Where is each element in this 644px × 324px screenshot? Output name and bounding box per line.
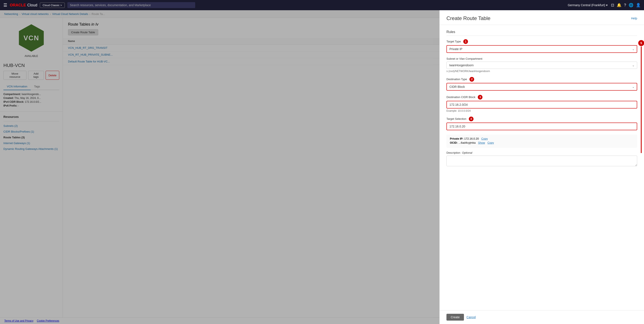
description-input[interactable] bbox=[446, 156, 637, 166]
copy-ocid-link[interactable]: Copy bbox=[487, 141, 494, 144]
destination-type-select-wrap: CIDR Block bbox=[446, 83, 637, 90]
scroll-bar-red bbox=[641, 46, 642, 153]
show-ocid-link[interactable]: Show bbox=[478, 141, 485, 144]
help-icon[interactable]: ? bbox=[624, 3, 626, 8]
region-label: Germany Central (Frankfurt) bbox=[568, 4, 605, 7]
destination-cidr-group: Destination CIDR Block 3 Example: 10.0.0… bbox=[446, 95, 637, 112]
destination-type-select[interactable]: CIDR Block bbox=[446, 83, 637, 90]
modal-overlay: 5 Create Route Table Help Rules Target T… bbox=[0, 10, 644, 324]
subnet-compartment-select-wrap: IwanHoogendoorn bbox=[446, 62, 637, 69]
bell-icon[interactable]: 🔔 bbox=[617, 3, 622, 8]
destination-type-group: Destination Type 2 CIDR Block bbox=[446, 77, 637, 90]
description-group: Description Optional bbox=[446, 151, 637, 167]
private-ip-line: Private IP: 172.16.0.20 Copy bbox=[450, 137, 634, 140]
oracle-logo: ORACLE Cloud bbox=[10, 3, 37, 8]
cloud-classic-button[interactable]: Cloud Classic > bbox=[40, 2, 65, 8]
cancel-button[interactable]: Cancel bbox=[466, 316, 476, 319]
top-navigation: ☰ ORACLE Cloud Cloud Classic > Germany C… bbox=[0, 0, 644, 10]
modal-title: Create Route Table bbox=[446, 15, 490, 21]
destination-cidr-input[interactable] bbox=[446, 101, 637, 108]
subnet-compartment-group: Subnet or Vlan Compartment IwanHoogendoo… bbox=[446, 57, 637, 73]
search-input[interactable] bbox=[67, 2, 195, 8]
globe-icon[interactable]: 🌐 bbox=[629, 3, 633, 8]
destination-cidr-hint: Example: 10.0.0.0/24 bbox=[446, 109, 637, 112]
destination-cidr-label: Destination CIDR Block 3 bbox=[446, 95, 637, 100]
step-3-badge: 3 bbox=[478, 95, 482, 100]
modal-panel: 5 Create Route Table Help Rules Target T… bbox=[440, 10, 644, 324]
step-5-badge: 5 bbox=[638, 40, 644, 46]
target-selection-group: Target Selection 4 bbox=[446, 116, 637, 130]
destination-type-label: Destination Type 2 bbox=[446, 77, 637, 82]
rules-section-label: Rules bbox=[446, 30, 637, 36]
modal-body: Rules Target Type 1 Private IP Subnet or… bbox=[440, 25, 644, 310]
description-label: Description Optional bbox=[446, 151, 637, 154]
target-type-select-wrap: Private IP bbox=[446, 45, 637, 53]
chevron-down-icon: ▾ bbox=[606, 4, 608, 7]
compartment-path-hint: s (root)/NETWORK/IwanHoogendoorn bbox=[446, 70, 637, 73]
create-button[interactable]: Create bbox=[446, 314, 464, 320]
step-1-badge: 1 bbox=[463, 39, 468, 44]
modal-header: Create Route Table Help bbox=[440, 10, 644, 25]
private-ip-info-block: Private IP: 172.16.0.20 Copy OCID: ...6a… bbox=[446, 134, 637, 148]
target-type-group: Target Type 1 Private IP bbox=[446, 39, 637, 53]
target-type-select[interactable]: Private IP bbox=[446, 45, 637, 53]
modal-help-link[interactable]: Help bbox=[631, 17, 637, 20]
target-selection-input[interactable] bbox=[446, 122, 637, 130]
modal-footer: Create Cancel bbox=[440, 310, 644, 324]
target-type-label: Target Type 1 bbox=[446, 39, 637, 44]
subnet-compartment-label: Subnet or Vlan Compartment bbox=[446, 57, 637, 60]
target-selection-label: Target Selection 4 bbox=[446, 116, 637, 121]
subnet-compartment-select[interactable]: IwanHoogendoorn bbox=[446, 62, 637, 69]
nav-right: Germany Central (Frankfurt) ▾ ⊡ 🔔 ? 🌐 👤 bbox=[568, 3, 640, 8]
copy-private-ip-link[interactable]: Copy bbox=[482, 137, 488, 140]
user-icon[interactable]: 👤 bbox=[636, 3, 640, 8]
step-2-badge: 2 bbox=[470, 77, 474, 82]
monitor-icon[interactable]: ⊡ bbox=[611, 3, 614, 8]
hamburger-menu[interactable]: ☰ bbox=[4, 2, 7, 8]
nav-icons: ⊡ 🔔 ? 🌐 👤 bbox=[611, 3, 640, 8]
step-4-badge: 4 bbox=[469, 116, 474, 121]
ocid-line: OCID: ...6ad4cyjmka Show Copy bbox=[450, 141, 634, 144]
region-selector[interactable]: Germany Central (Frankfurt) ▾ bbox=[568, 4, 608, 7]
